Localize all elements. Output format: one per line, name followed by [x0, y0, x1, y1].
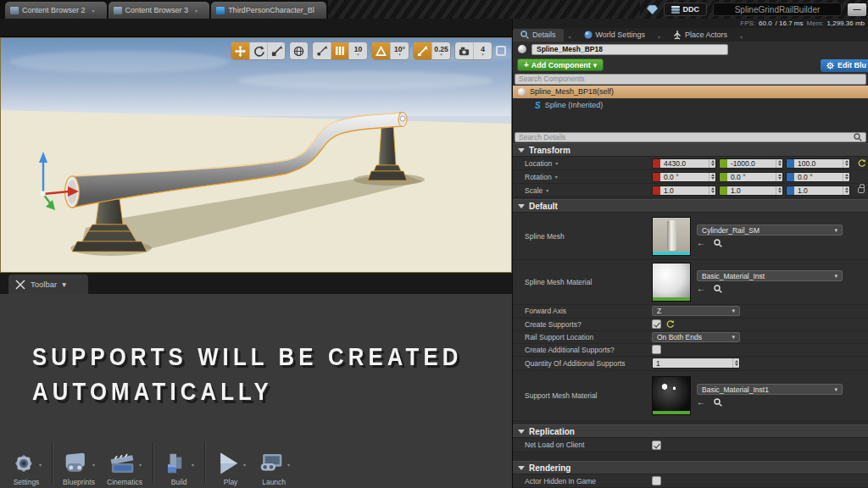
forward-axis-dropdown[interactable]: Z ▾: [652, 306, 740, 316]
use-selected-asset-icon[interactable]: ←: [697, 285, 705, 293]
search-details-input[interactable]: [519, 133, 854, 141]
tab-toolbar[interactable]: Toolbar ▾: [8, 274, 88, 294]
clapperboard-icon: [108, 451, 136, 476]
spline-mesh-material-dropdown[interactable]: Basic_Material_Inst ▾: [697, 270, 843, 281]
minimize-button[interactable]: —: [848, 3, 866, 16]
grid-snap-button[interactable]: [331, 42, 348, 59]
category-transform[interactable]: Transform: [513, 143, 868, 157]
build-button[interactable]: ▾ Build: [158, 447, 200, 486]
tab-label: Toolbar: [31, 280, 57, 289]
surface-snapping-button[interactable]: [313, 42, 331, 59]
blueprints-button[interactable]: ▾ Blueprints: [57, 447, 101, 486]
edit-blueprint-button[interactable]: Edit Blu: [821, 59, 868, 72]
tab-world-settings[interactable]: World Settings: [576, 29, 653, 42]
quantity-additional-supports-field[interactable]: 1: [652, 358, 740, 369]
search-components-input[interactable]: [519, 75, 862, 83]
spinner[interactable]: [709, 173, 715, 181]
spline-mesh-thumbnail[interactable]: [652, 217, 691, 256]
world-settings-icon: [584, 30, 593, 39]
toolbar-tabstrip: Toolbar ▾: [0, 273, 512, 294]
tab-content-browser-3[interactable]: Content Browser 3 ▾: [108, 2, 210, 19]
tab-details[interactable]: Details: [513, 29, 564, 42]
world-local-toggle-button[interactable]: [290, 42, 308, 59]
level-viewport[interactable]: 10▾ 10°▾ 0.25▾: [0, 37, 512, 273]
spinner[interactable]: [776, 159, 782, 168]
play-icon: [215, 451, 241, 476]
tab-place-actors[interactable]: Place Actors: [665, 29, 735, 42]
cinematics-button[interactable]: ▾ Cinematics: [101, 447, 148, 486]
create-additional-supports-checkbox[interactable]: [652, 345, 661, 354]
rotation-snap-value[interactable]: 10°▾: [390, 42, 409, 59]
scale-snap-button[interactable]: [414, 42, 431, 59]
rail-support-location-dropdown[interactable]: On Both Ends ▾: [652, 332, 740, 342]
spinner[interactable]: [709, 159, 715, 168]
category-default[interactable]: Default: [513, 199, 868, 213]
actor-hidden-in-game-checkbox[interactable]: [652, 476, 661, 485]
details-icon: [520, 30, 529, 39]
browse-asset-icon[interactable]: [714, 398, 722, 407]
spinner[interactable]: [843, 159, 849, 168]
use-selected-asset-icon[interactable]: ←: [697, 239, 705, 247]
play-button[interactable]: ▾ Play: [209, 447, 252, 486]
asset-type-strip: [653, 252, 690, 255]
camera-speed-value[interactable]: 4▾: [473, 42, 492, 59]
category-replication[interactable]: Replication: [513, 424, 868, 438]
caret-down-icon: ▾: [440, 53, 442, 56]
marketplace-gem-icon[interactable]: [647, 5, 658, 14]
spinner[interactable]: [776, 173, 782, 181]
lock-scale-icon[interactable]: [858, 187, 865, 193]
settings-button[interactable]: ▾ Settings: [5, 447, 47, 486]
component-row-self[interactable]: Spline_Mesh_BP18(self): [513, 86, 868, 98]
tab-label: ThirdPersonCharacter_Bl: [228, 6, 314, 14]
spinner[interactable]: [776, 186, 782, 195]
scale-y-field[interactable]: 1.0: [719, 186, 783, 196]
rotate-tool-button[interactable]: [249, 42, 267, 59]
scale-snap-value[interactable]: 0.25▾: [431, 42, 450, 59]
rotation-y-field[interactable]: 0.0 °: [719, 172, 783, 182]
spinner[interactable]: [843, 186, 849, 195]
rotation-x-field[interactable]: 0.0 °: [652, 172, 716, 182]
location-z-field[interactable]: 100.0: [786, 158, 850, 169]
scale-z-field[interactable]: 1.0: [786, 186, 850, 196]
x-axis-tag: [653, 159, 660, 168]
caret-down-icon: ▾: [564, 34, 576, 42]
spinner[interactable]: [709, 186, 715, 195]
camera-speed-button[interactable]: [455, 42, 473, 59]
reset-location-button[interactable]: [858, 159, 865, 167]
tab-content-browser-2[interactable]: Content Browser 2 ▾: [5, 2, 107, 19]
actor-name-field[interactable]: Spline_Mesh_BP18: [531, 44, 728, 55]
location-y-field[interactable]: -1000.0: [719, 158, 783, 169]
support-mesh-material-dropdown[interactable]: Basic_Material_Inst1 ▾: [697, 384, 843, 395]
reset-create-supports-button[interactable]: [666, 320, 674, 328]
details-tabstrip: Details ▾ World Settings ▾ Place Actors …: [513, 28, 868, 42]
add-component-button[interactable]: + Add Component ▾: [517, 58, 604, 71]
browse-asset-icon[interactable]: [714, 285, 722, 293]
scale-tool-button[interactable]: [267, 42, 285, 59]
performance-stats: FPS:60.0 / 16.7 ms Mem:1,299.36 mb: [513, 19, 868, 28]
gear-icon: [11, 451, 36, 476]
maximize-viewport-button[interactable]: [496, 46, 506, 56]
spline-mesh-dropdown[interactable]: Cylinder_Rail_SM ▾: [697, 225, 843, 236]
net-load-on-client-checkbox[interactable]: [652, 441, 661, 450]
spinner[interactable]: [843, 173, 849, 181]
tab-thirdpersoncharacter-blueprint[interactable]: ThirdPersonCharacter_Bl: [211, 2, 326, 19]
spinner[interactable]: [732, 358, 739, 368]
category-rendering[interactable]: Rendering: [513, 461, 868, 474]
y-axis-tag: [720, 186, 727, 195]
scale-x-field[interactable]: 1.0: [652, 186, 716, 196]
location-x-field[interactable]: 4430.0: [652, 158, 716, 169]
launch-button[interactable]: ▾ Launch: [252, 447, 296, 486]
browse-asset-icon[interactable]: [714, 239, 722, 247]
rotation-snap-button[interactable]: [372, 42, 390, 59]
spline-mesh-material-thumbnail[interactable]: [652, 263, 691, 302]
move-tool-button[interactable]: [231, 42, 249, 59]
create-supports-checkbox[interactable]: [652, 319, 661, 329]
use-selected-asset-icon[interactable]: ←: [697, 398, 705, 407]
component-row-spline[interactable]: S Spline (Inherited): [513, 98, 868, 113]
grid-snap-value[interactable]: 10▾: [348, 42, 367, 59]
ddc-button[interactable]: DDC: [664, 3, 708, 16]
caret-down-icon: ▾: [139, 462, 142, 476]
support-mesh-material-thumbnail[interactable]: [652, 376, 691, 415]
rotation-z-field[interactable]: 0.0 °: [786, 172, 850, 182]
expander-icon: [518, 204, 525, 208]
